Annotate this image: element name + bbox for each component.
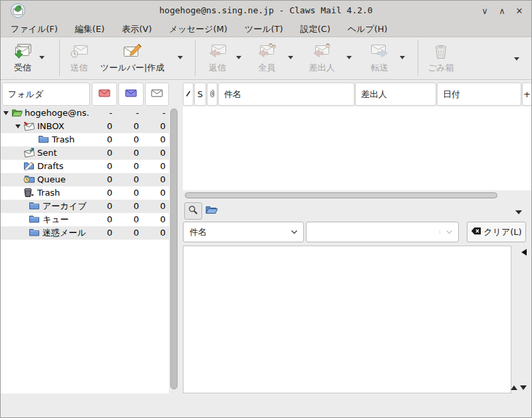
folder-row-archive[interactable]: アーカイブ 0 0 0 (1, 200, 169, 213)
toolbar-separator (59, 40, 60, 76)
new-mail-column-header[interactable] (92, 83, 117, 106)
folder-row-drafts[interactable]: Drafts 0 0 0 (1, 160, 169, 173)
message-view[interactable] (183, 246, 511, 393)
date-column-label: 日付 (438, 89, 460, 101)
total-mail-column-header[interactable] (145, 83, 169, 106)
reply-all-dropdown-arrow[interactable] (288, 56, 293, 59)
account-folder-icon (11, 108, 23, 118)
unread-mail-column-header[interactable] (118, 83, 144, 106)
expander-icon[interactable] (15, 124, 21, 128)
total-mail-icon (151, 89, 163, 99)
compose-dropdown-arrow[interactable] (178, 56, 183, 59)
backspace-icon (471, 227, 481, 237)
folder-row-inbox-trash[interactable]: Trash 0 0 0 (1, 133, 169, 146)
reply-dropdown-arrow[interactable] (236, 56, 241, 59)
folder-column-header[interactable]: フォルダ (2, 83, 90, 106)
from-column-label: 差出人 (356, 89, 387, 101)
folder-row-sent[interactable]: Sent 0 0 0 (1, 146, 169, 160)
menu-file[interactable]: ファイル(F) (2, 21, 66, 37)
forward-dropdown-arrow[interactable] (400, 56, 405, 59)
toolbar-compose-button[interactable]: ツールバー|作成 (98, 41, 167, 74)
clear-search-label: クリア(L) (483, 226, 521, 238)
pencil-mark-icon (186, 89, 191, 99)
search-type-combo[interactable]: 件名 (183, 222, 304, 242)
folder-pane-scrollbar[interactable] (170, 108, 178, 389)
folder-row-queue[interactable]: Queue 0 0 0 (1, 173, 169, 186)
menu-message[interactable]: メッセージ(M) (160, 21, 236, 37)
titlebar[interactable]: hogehoge@ns.sing.ne.jp - Claws Mail 4.2.… (1, 1, 531, 21)
from-column-header[interactable]: 差出人 (355, 83, 436, 106)
send-queue-icon (70, 41, 88, 60)
folder-row-junk[interactable]: 迷惑メール 0 0 0 (1, 226, 169, 240)
queue-icon (23, 174, 35, 184)
quick-search-options-arrow[interactable] (515, 210, 522, 214)
chevron-down-icon (285, 230, 303, 234)
folder-icon (38, 134, 49, 144)
prev-message-arrow-icon[interactable] (511, 385, 517, 390)
message-list-hscrollbar[interactable] (185, 192, 497, 198)
statusbar: hogehoge@ns.sing.ne.jp (1, 393, 531, 418)
toolbar-receive-button[interactable]: 受信 (6, 41, 39, 74)
window-title: hogehoge@ns.sing.ne.jp - Claws Mail 4.2.… (1, 1, 531, 21)
toolbar-receive-label: 受信 (14, 62, 31, 74)
reply-sender-icon (313, 41, 331, 60)
folder-row-queue-jp[interactable]: キュー 0 0 0 (1, 213, 169, 226)
trash-folder-icon (23, 188, 35, 198)
status-column-label: S (198, 89, 203, 99)
compose-icon (122, 41, 142, 60)
minimize-button[interactable]: ∨ (479, 6, 490, 16)
status-column-header[interactable]: S (194, 83, 206, 106)
menubar: ファイル(F) 編集(E) 表示(V) メッセージ(M) ツール(T) 設定(C… (1, 21, 531, 37)
folder-icon (29, 201, 40, 211)
menu-configuration[interactable]: 設定(C) (292, 21, 339, 37)
close-button[interactable]: ✕ (514, 6, 525, 16)
drafts-icon (23, 161, 35, 171)
folder-row-inbox[interactable]: INBOX 0 0 0 (1, 120, 169, 133)
folder-column-label: フォルダ (3, 89, 43, 101)
add-column-button[interactable]: + (522, 83, 532, 106)
open-folder-icon[interactable] (205, 204, 218, 217)
message-list-background (183, 106, 532, 190)
toolbar-reply-sender-label: 差出人 (309, 62, 335, 74)
toolbar-reply-all-label: 全員 (258, 62, 275, 74)
toolbar-reply-button: 返信 (201, 41, 233, 74)
menu-help[interactable]: ヘルプ(H) (339, 21, 396, 37)
folder-row-trash[interactable]: Trash 0 0 0 (1, 186, 169, 200)
get-mail-icon (13, 41, 32, 60)
chevron-down-icon[interactable] (440, 230, 458, 234)
clear-search-button[interactable]: クリア(L) (467, 222, 526, 242)
paperclip-icon (209, 89, 215, 100)
toolbar-trash-button: ごみ箱 (424, 41, 458, 74)
mark-column-header[interactable] (183, 83, 194, 106)
toolbar-forward-button: 転送 (364, 41, 396, 74)
attachment-column-header[interactable] (207, 83, 217, 106)
toolbar-reply-all-button: 全員 (252, 41, 281, 74)
claws-mail-window: hogehoge@ns.sing.ne.jp - Claws Mail 4.2.… (0, 0, 532, 418)
reply-all-icon (257, 41, 276, 60)
folder-icon (29, 214, 40, 224)
menu-view[interactable]: 表示(V) (113, 21, 160, 37)
date-column-header[interactable]: 日付 (437, 83, 521, 106)
search-entry-combo[interactable] (306, 222, 459, 242)
toolbar-send-label: 送信 (70, 62, 88, 74)
forward-icon (370, 41, 389, 60)
toolbar-send-button: 送信 (65, 41, 94, 74)
maximize-button[interactable]: ∧ (497, 6, 507, 16)
collapse-view-arrow-icon[interactable] (521, 249, 527, 256)
reply-icon (208, 41, 227, 60)
expander-icon[interactable] (3, 111, 9, 115)
reply-sender-dropdown-arrow[interactable] (346, 56, 352, 59)
toolbar-forward-label: 転送 (371, 62, 388, 74)
toolbar-reply-sender-button: 差出人 (304, 41, 340, 74)
menu-tools[interactable]: ツール(T) (236, 21, 292, 37)
subject-column-header[interactable]: 件名 (218, 83, 354, 106)
receive-dropdown-arrow[interactable] (39, 56, 45, 59)
toolbar-overflow-arrow[interactable] (514, 57, 519, 61)
next-message-arrow-icon[interactable] (520, 385, 527, 390)
menu-edit[interactable]: 編集(E) (66, 21, 113, 37)
subject-column-label: 件名 (219, 89, 241, 101)
folder-icon (29, 228, 40, 238)
quick-search-toggle-button[interactable] (184, 202, 202, 220)
main-toolbar: 受信 送信 (1, 37, 531, 80)
folder-row-account[interactable]: hogehoge@ns. - - - (1, 106, 169, 120)
